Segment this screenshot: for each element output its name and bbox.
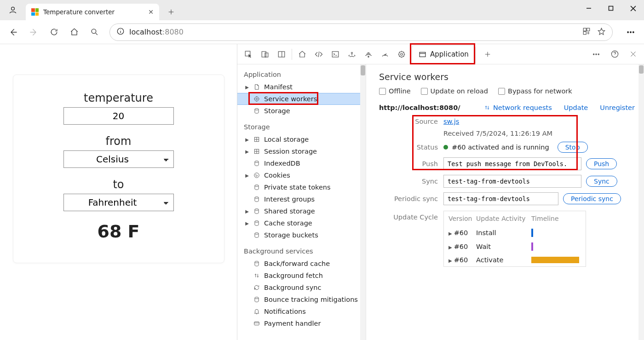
periodic-sync-button[interactable]: Periodic sync <box>563 193 621 204</box>
address-bar[interactable]: localhost:8080 <box>109 23 613 41</box>
page-content: temperature from Celsius to Fahrenheit 6… <box>0 44 237 340</box>
browser-menu-button[interactable] <box>622 23 639 41</box>
svg-point-21 <box>593 53 594 54</box>
sidebar-item-cookies[interactable]: ▶Cookies <box>237 169 366 181</box>
sidebar-item-bg-sync[interactable]: ▶Background sync <box>237 282 366 294</box>
push-button[interactable]: Push <box>586 158 617 169</box>
sync-button[interactable]: Sync <box>586 176 617 187</box>
sidebar-item-session-storage[interactable]: ▶Session storage <box>237 145 366 157</box>
cycle-row-activate[interactable]: ▶#60 Activate <box>444 254 586 266</box>
svg-point-7 <box>627 31 629 33</box>
detail-grid: Source sw.js Received 7/5/2024, 11:26:19… <box>379 118 644 267</box>
devtools-help-button[interactable] <box>606 46 623 63</box>
detail-scrollbar[interactable] <box>638 64 644 340</box>
url-host: localhost <box>129 28 162 36</box>
devtools-more-button[interactable] <box>588 46 604 63</box>
cycle-row-install[interactable]: ▶#60 Install <box>444 226 586 240</box>
sidebar-item-cache-storage[interactable]: ▶Cache storage <box>237 217 366 229</box>
close-window-button[interactable] <box>622 0 644 17</box>
home-button[interactable] <box>65 23 83 41</box>
service-workers-detail: Service workers Offline Update on reload… <box>366 64 644 340</box>
sidebar-item-service-workers[interactable]: ▶Service workers <box>237 93 366 105</box>
sidebar-item-interest-groups[interactable]: ▶Interest groups <box>237 193 366 205</box>
sidebar-item-notifications[interactable]: ▶Notifications <box>237 305 366 317</box>
svg-rect-13 <box>278 52 285 57</box>
sidebar-item-storage-overview[interactable]: ▶Storage <box>237 105 366 117</box>
svg-point-23 <box>598 53 599 54</box>
application-sidebar[interactable]: Application ▶Manifest ▶Service workers ▶… <box>237 64 366 340</box>
devtools-panel: Application Application ▶Manifest ▶Servi… <box>237 44 644 340</box>
stop-button[interactable]: Stop <box>558 142 588 153</box>
temperature-input[interactable] <box>63 107 174 125</box>
elements-tab-icon[interactable] <box>310 46 327 63</box>
tab-title: Temperature converter <box>43 8 144 16</box>
devtools-body: Application ▶Manifest ▶Service workers ▶… <box>237 64 644 340</box>
temperature-label: temperature <box>24 92 213 104</box>
site-info-icon[interactable] <box>116 27 125 37</box>
sidebar-item-storage-buckets[interactable]: ▶Storage buckets <box>237 229 366 241</box>
sidebar-item-bf-cache[interactable]: ▶Back/forward cache <box>237 258 366 270</box>
push-input[interactable] <box>443 157 581 170</box>
welcome-tab-icon[interactable] <box>294 46 310 63</box>
periodic-sync-input[interactable] <box>443 192 558 205</box>
sidebar-item-local-storage[interactable]: ▶Local storage <box>237 133 366 145</box>
sidebar-scrollbar[interactable] <box>360 64 366 340</box>
forward-button[interactable] <box>25 23 42 41</box>
add-panel-button[interactable] <box>479 46 496 63</box>
sync-input[interactable] <box>443 175 581 188</box>
update-link[interactable]: Update <box>564 104 588 111</box>
sidebar-item-indexeddb[interactable]: ▶IndexedDB <box>237 157 366 169</box>
refresh-button[interactable] <box>45 23 63 41</box>
tab-close-button[interactable]: ✕ <box>148 8 154 16</box>
to-select[interactable]: Fahrenheit <box>63 194 174 211</box>
unregister-link[interactable]: Unregister <box>600 104 635 111</box>
devtools-tabbar: Application <box>237 44 644 64</box>
detail-heading: Service workers <box>379 72 644 82</box>
device-toggle-icon[interactable] <box>257 46 273 63</box>
svg-point-0 <box>12 7 15 10</box>
memory-tab-icon[interactable] <box>393 46 410 63</box>
source-link[interactable]: sw.js <box>443 118 459 125</box>
performance-tab-icon[interactable] <box>377 46 393 63</box>
window-titlebar: Temperature converter ✕ <box>0 0 644 20</box>
back-button[interactable] <box>5 23 22 41</box>
sidebar-item-payment[interactable]: ▶Payment handler <box>237 317 366 329</box>
browser-tab[interactable]: Temperature converter ✕ <box>26 4 159 20</box>
network-requests-link[interactable]: Network requests <box>484 104 552 111</box>
profile-button[interactable] <box>0 0 26 20</box>
favorite-star-icon[interactable] <box>597 27 606 37</box>
maximize-button[interactable] <box>600 0 622 17</box>
svg-point-37 <box>255 209 259 211</box>
network-tab-icon[interactable] <box>360 46 377 63</box>
application-tab[interactable]: Application <box>412 45 476 63</box>
svg-point-25 <box>254 97 259 101</box>
console-tab-icon[interactable] <box>327 46 344 63</box>
svg-rect-6 <box>583 31 586 34</box>
cycle-row-wait[interactable]: ▶#60 Wait <box>444 240 586 254</box>
svg-point-8 <box>630 31 632 33</box>
svg-point-30 <box>255 161 259 163</box>
from-select[interactable]: Celsius <box>63 150 174 168</box>
apps-icon[interactable] <box>582 27 591 37</box>
sidebar-item-bg-fetch[interactable]: ▶Background fetch <box>237 270 366 282</box>
sidebar-item-shared-storage[interactable]: ▶Shared storage <box>237 205 366 217</box>
update-on-reload-checkbox[interactable]: Update on reload <box>421 87 488 95</box>
svg-point-22 <box>596 53 597 54</box>
devtools-close-button[interactable] <box>625 46 641 63</box>
sidebar-item-bounce[interactable]: ▶Bounce tracking mitigations <box>237 294 366 305</box>
offline-checkbox[interactable]: Offline <box>379 87 411 95</box>
sync-label: Sync <box>379 178 443 185</box>
application-tab-label: Application <box>430 50 469 58</box>
svg-point-34 <box>256 176 256 176</box>
sources-tab-icon[interactable] <box>344 46 360 63</box>
bypass-for-network-checkbox[interactable]: Bypass for network <box>498 87 572 95</box>
minimize-button[interactable] <box>578 0 600 17</box>
search-toolbar-button[interactable] <box>86 23 103 41</box>
new-tab-button[interactable] <box>163 4 179 20</box>
dock-side-icon[interactable] <box>273 46 290 63</box>
sidebar-item-manifest[interactable]: ▶Manifest <box>237 81 366 93</box>
svg-rect-12 <box>265 53 268 57</box>
sidebar-item-private-state-tokens[interactable]: ▶Private state tokens <box>237 181 366 193</box>
inspect-element-icon[interactable] <box>240 46 257 63</box>
svg-point-26 <box>256 98 258 100</box>
